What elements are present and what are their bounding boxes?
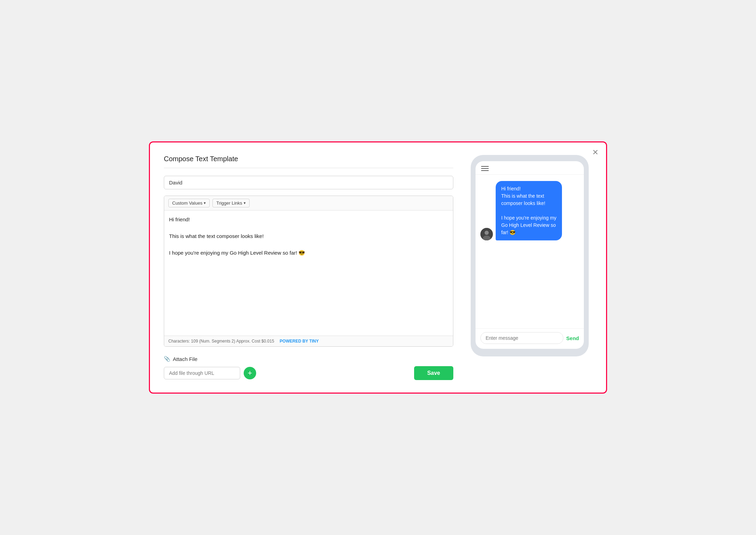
phone-inner: Hi friend! This is what the text compose…	[476, 161, 584, 349]
attach-row: + Save	[164, 366, 453, 380]
phone-messages: Hi friend! This is what the text compose…	[476, 175, 584, 328]
right-panel: Hi friend! This is what the text compose…	[467, 155, 592, 380]
attach-left: +	[164, 367, 256, 379]
custom-values-dropdown[interactable]: Custom Values	[168, 199, 210, 207]
save-button[interactable]: Save	[414, 366, 453, 380]
hamburger-icon	[481, 166, 578, 171]
phone-message-input[interactable]	[480, 332, 563, 344]
powered-by: POWERED BY TINY	[280, 339, 319, 344]
message-textarea[interactable]: Hi friend! This is what the text compose…	[164, 211, 453, 336]
message-row: Hi friend! This is what the text compose…	[480, 181, 579, 240]
phone-input-row: Send	[476, 328, 584, 349]
composer-toolbar: Custom Values Trigger Links	[164, 196, 453, 211]
avatar	[480, 228, 493, 240]
close-button[interactable]: ✕	[592, 149, 598, 156]
composer-footer: Characters: 109 (Num. Segments 2) Approx…	[164, 336, 453, 346]
paperclip-icon	[164, 356, 170, 362]
left-panel: Compose Text Template Custom Values Trig…	[164, 155, 453, 380]
chars-info: Characters: 109 (Num. Segments 2) Approx…	[168, 339, 274, 344]
trigger-links-dropdown[interactable]: Trigger Links	[212, 199, 250, 207]
phone-send-button[interactable]: Send	[566, 335, 579, 341]
phone-header	[476, 161, 584, 175]
add-url-button[interactable]: +	[244, 367, 256, 379]
tiny-link[interactable]: TINY	[309, 339, 319, 344]
modal: ✕ Compose Text Template Custom Values Tr…	[149, 141, 607, 394]
phone-frame: Hi friend! This is what the text compose…	[471, 155, 589, 356]
attach-section: Attach File + Save	[164, 356, 453, 380]
url-input[interactable]	[164, 367, 240, 379]
attach-label: Attach File	[164, 356, 453, 362]
template-name-input[interactable]	[164, 176, 453, 189]
composer-box: Custom Values Trigger Links Hi friend! T…	[164, 196, 453, 347]
page-title: Compose Text Template	[164, 155, 453, 168]
message-bubble: Hi friend! This is what the text compose…	[496, 181, 562, 240]
svg-point-1	[485, 231, 489, 235]
